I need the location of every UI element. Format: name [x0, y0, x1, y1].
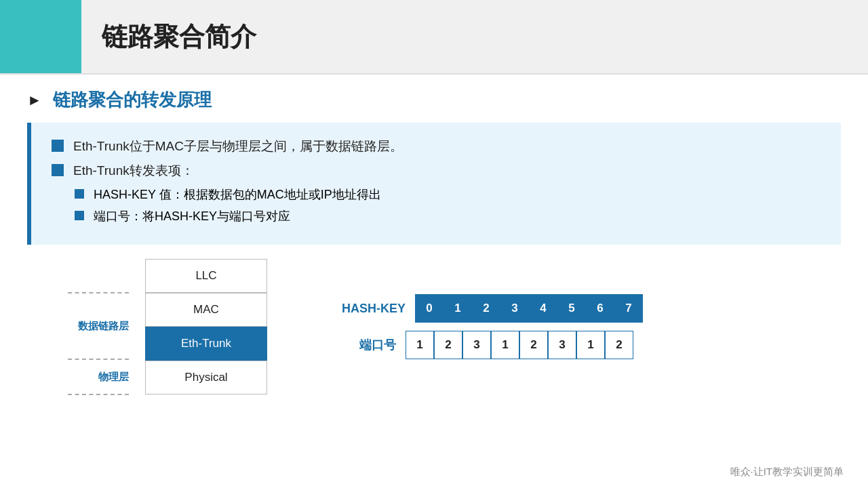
content-box: Eth-Trunk位于MAC子层与物理层之间，属于数据链路层。 Eth-Trun… — [27, 123, 841, 245]
sub-bullet-text-2: 端口号：将HASH-KEY与端口号对应 — [94, 208, 290, 224]
port-cell-2: 3 — [462, 331, 491, 359]
section-title: 链路聚合的转发原理 — [53, 88, 212, 112]
layer-eth-trunk: Eth-Trunk — [145, 327, 267, 361]
port-cell-7: 2 — [605, 331, 633, 359]
hash-key-cell-4: 4 — [529, 294, 557, 323]
page-title: 链路聚合简介 — [102, 20, 256, 54]
phys-label-area: 物理层 — [98, 360, 129, 394]
bullet-text-2: Eth-Trunk转发表项： — [73, 162, 194, 180]
port-cells: 1 2 3 1 2 3 1 2 — [406, 331, 633, 359]
label-phys: 物理层 — [98, 371, 129, 384]
layers-stack: LLC MAC Eth-Trunk Physical — [145, 259, 267, 394]
sub-bullet-1: HASH-KEY 值：根据数据包的MAC地址或IP地址得出 — [75, 186, 821, 203]
hash-table-area: HASH-KEY 0 1 2 3 4 5 6 7 端口号 1 2 — [342, 294, 643, 359]
footer-text: 唯众·让IT教学实训更简单 — [730, 466, 844, 477]
hash-key-label: HASH-KEY — [342, 302, 406, 316]
sub-bullet-text-1: HASH-KEY 值：根据数据包的MAC地址或IP地址得出 — [94, 186, 381, 203]
hash-key-cell-2: 2 — [472, 294, 500, 323]
label-data-link: 数据链路层 — [78, 320, 129, 333]
hash-key-row: HASH-KEY 0 1 2 3 4 5 6 7 — [342, 294, 643, 323]
bullet-text-1: Eth-Trunk位于MAC子层与物理层之间，属于数据链路层。 — [73, 138, 403, 155]
section-arrow: ► — [27, 92, 42, 109]
header-accent — [0, 0, 81, 73]
hash-key-cell-7: 7 — [614, 294, 643, 323]
main-content: ► 链路聚合的转发原理 Eth-Trunk位于MAC子层与物理层之间，属于数据链… — [0, 75, 868, 402]
header: 链路聚合简介 — [0, 0, 868, 75]
sub-bullet-icon-1 — [75, 189, 84, 199]
layer-physical: Physical — [145, 361, 267, 394]
data-link-label-area: 数据链路层 — [78, 293, 129, 359]
diagram-area: 数据链路层 物理层 LLC MAC Eth-Trunk Physical — [68, 258, 841, 395]
port-cell-5: 3 — [548, 331, 576, 359]
bullet-2: Eth-Trunk转发表项： — [52, 162, 821, 180]
hash-key-cell-1: 1 — [443, 294, 472, 323]
port-cell-1: 2 — [434, 331, 462, 359]
port-cell-0: 1 — [406, 331, 434, 359]
footer: 唯众·让IT教学实训更简单 — [730, 466, 844, 479]
hash-key-cell-6: 6 — [586, 294, 614, 323]
port-cell-4: 2 — [519, 331, 548, 359]
layer-mac: MAC — [145, 293, 267, 327]
port-label: 端口号 — [342, 337, 396, 353]
dashed-bottom — [68, 394, 129, 395]
hash-key-cell-3: 3 — [500, 294, 529, 323]
layer-llc: LLC — [145, 259, 267, 293]
bullet-icon-2 — [52, 164, 64, 176]
hash-key-cell-0: 0 — [415, 294, 443, 323]
port-row: 端口号 1 2 3 1 2 3 1 2 — [342, 331, 643, 359]
sub-bullet-icon-2 — [75, 211, 84, 220]
bullet-1: Eth-Trunk位于MAC子层与物理层之间，属于数据链路层。 — [52, 138, 821, 155]
hash-key-cell-5: 5 — [557, 294, 586, 323]
port-cell-6: 1 — [576, 331, 605, 359]
bullet-icon-1 — [52, 140, 64, 152]
header-title-area: 链路聚合简介 — [81, 0, 868, 73]
hash-key-cells: 0 1 2 3 4 5 6 7 — [415, 294, 643, 323]
layer-labels: 数据链路层 物理层 — [68, 258, 129, 395]
sub-bullet-2: 端口号：将HASH-KEY与端口号对应 — [75, 208, 821, 224]
layer-diagram: 数据链路层 物理层 LLC MAC Eth-Trunk Physical — [68, 258, 267, 395]
port-cell-3: 1 — [491, 331, 519, 359]
section-heading: ► 链路聚合的转发原理 — [27, 88, 841, 112]
